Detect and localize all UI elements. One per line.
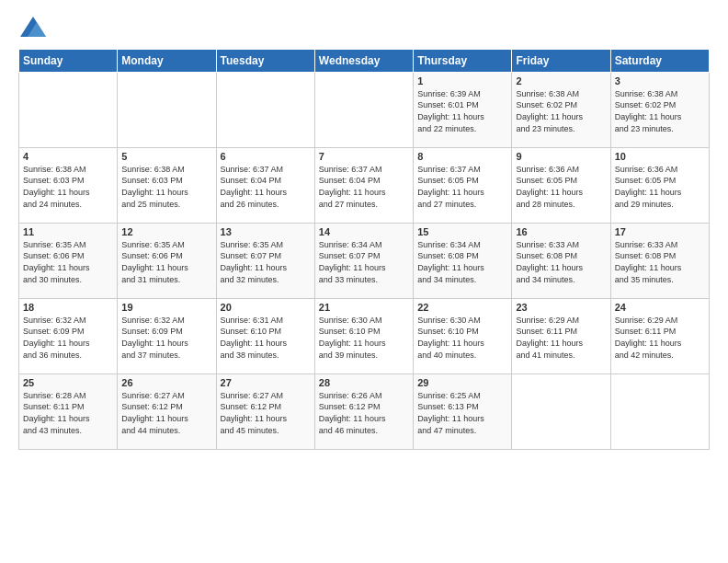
header [18,15,710,41]
day-number: 17 [615,226,705,237]
day-info: Sunrise: 6:38 AM Sunset: 6:03 PM Dayligh… [121,164,211,210]
calendar-cell: 18Sunrise: 6:32 AM Sunset: 6:09 PM Dayli… [19,298,118,373]
day-number: 22 [417,302,507,313]
day-number: 8 [417,151,507,162]
day-number: 11 [23,226,113,237]
day-info: Sunrise: 6:35 AM Sunset: 6:06 PM Dayligh… [121,239,211,285]
day-info: Sunrise: 6:28 AM Sunset: 6:11 PM Dayligh… [23,390,113,436]
calendar-cell: 2Sunrise: 6:38 AM Sunset: 6:02 PM Daylig… [512,72,610,147]
day-info: Sunrise: 6:37 AM Sunset: 6:04 PM Dayligh… [221,164,311,210]
calendar-cell: 13Sunrise: 6:35 AM Sunset: 6:07 PM Dayli… [216,223,314,298]
day-info: Sunrise: 6:30 AM Sunset: 6:10 PM Dayligh… [319,315,409,361]
calendar-cell: 11Sunrise: 6:35 AM Sunset: 6:06 PM Dayli… [19,223,118,298]
day-info: Sunrise: 6:33 AM Sunset: 6:08 PM Dayligh… [615,239,705,285]
week-row-3: 18Sunrise: 6:32 AM Sunset: 6:09 PM Dayli… [19,298,710,373]
calendar-cell: 1Sunrise: 6:39 AM Sunset: 6:01 PM Daylig… [414,72,512,147]
header-tuesday: Tuesday [216,49,314,72]
calendar-cell: 14Sunrise: 6:34 AM Sunset: 6:07 PM Dayli… [314,223,413,298]
day-info: Sunrise: 6:39 AM Sunset: 6:01 PM Dayligh… [417,88,507,134]
week-row-2: 11Sunrise: 6:35 AM Sunset: 6:06 PM Dayli… [19,223,710,298]
day-info: Sunrise: 6:27 AM Sunset: 6:12 PM Dayligh… [121,390,211,436]
day-number: 6 [221,151,311,162]
calendar-cell: 28Sunrise: 6:26 AM Sunset: 6:12 PM Dayli… [314,373,413,449]
calendar-cell: 25Sunrise: 6:28 AM Sunset: 6:11 PM Dayli… [19,373,118,449]
day-info: Sunrise: 6:33 AM Sunset: 6:08 PM Dayligh… [516,239,606,285]
day-number: 24 [615,302,705,313]
day-number: 1 [417,75,507,86]
calendar-cell [216,72,314,147]
calendar-cell: 19Sunrise: 6:32 AM Sunset: 6:09 PM Dayli… [118,298,216,373]
day-number: 3 [615,75,705,86]
day-number: 15 [417,226,507,237]
day-number: 10 [615,151,705,162]
day-number: 19 [121,302,211,313]
calendar-header-row: SundayMondayTuesdayWednesdayThursdayFrid… [19,49,710,72]
day-info: Sunrise: 6:38 AM Sunset: 6:03 PM Dayligh… [23,164,113,210]
calendar-cell: 22Sunrise: 6:30 AM Sunset: 6:10 PM Dayli… [414,298,512,373]
calendar-cell: 27Sunrise: 6:27 AM Sunset: 6:12 PM Dayli… [216,373,314,449]
day-number: 28 [319,377,409,388]
calendar-cell [314,72,413,147]
header-monday: Monday [118,49,216,72]
header-sunday: Sunday [19,49,118,72]
header-saturday: Saturday [610,49,709,72]
day-number: 18 [23,302,113,313]
day-info: Sunrise: 6:32 AM Sunset: 6:09 PM Dayligh… [23,315,113,361]
calendar-container: SundayMondayTuesdayWednesdayThursdayFrid… [0,0,728,459]
day-number: 2 [516,75,606,86]
calendar-cell: 17Sunrise: 6:33 AM Sunset: 6:08 PM Dayli… [610,223,709,298]
day-number: 29 [417,377,507,388]
day-number: 7 [319,151,409,162]
day-info: Sunrise: 6:34 AM Sunset: 6:07 PM Dayligh… [319,239,409,285]
calendar-cell: 20Sunrise: 6:31 AM Sunset: 6:10 PM Dayli… [216,298,314,373]
day-info: Sunrise: 6:26 AM Sunset: 6:12 PM Dayligh… [319,390,409,436]
day-number: 13 [221,226,311,237]
week-row-0: 1Sunrise: 6:39 AM Sunset: 6:01 PM Daylig… [19,72,710,147]
day-info: Sunrise: 6:36 AM Sunset: 6:05 PM Dayligh… [615,164,705,210]
header-wednesday: Wednesday [314,49,413,72]
calendar-cell: 21Sunrise: 6:30 AM Sunset: 6:10 PM Dayli… [314,298,413,373]
calendar-cell [19,72,118,147]
day-info: Sunrise: 6:36 AM Sunset: 6:05 PM Dayligh… [516,164,606,210]
calendar-cell [610,373,709,449]
day-number: 9 [516,151,606,162]
day-number: 25 [23,377,113,388]
day-number: 21 [319,302,409,313]
calendar-cell: 3Sunrise: 6:38 AM Sunset: 6:02 PM Daylig… [610,72,709,147]
calendar-cell: 8Sunrise: 6:37 AM Sunset: 6:05 PM Daylig… [414,147,512,223]
calendar-cell: 6Sunrise: 6:37 AM Sunset: 6:04 PM Daylig… [216,147,314,223]
calendar-cell: 10Sunrise: 6:36 AM Sunset: 6:05 PM Dayli… [610,147,709,223]
calendar-cell: 12Sunrise: 6:35 AM Sunset: 6:06 PM Dayli… [118,223,216,298]
day-info: Sunrise: 6:35 AM Sunset: 6:07 PM Dayligh… [221,239,311,285]
calendar-cell: 16Sunrise: 6:33 AM Sunset: 6:08 PM Dayli… [512,223,610,298]
day-info: Sunrise: 6:34 AM Sunset: 6:08 PM Dayligh… [417,239,507,285]
calendar-cell [118,72,216,147]
day-number: 12 [121,226,211,237]
header-thursday: Thursday [414,49,512,72]
calendar-cell: 23Sunrise: 6:29 AM Sunset: 6:11 PM Dayli… [512,298,610,373]
calendar-cell: 9Sunrise: 6:36 AM Sunset: 6:05 PM Daylig… [512,147,610,223]
logo [18,18,46,41]
logo-text [18,18,46,41]
week-row-1: 4Sunrise: 6:38 AM Sunset: 6:03 PM Daylig… [19,147,710,223]
day-number: 27 [221,377,311,388]
calendar-cell: 24Sunrise: 6:29 AM Sunset: 6:11 PM Dayli… [610,298,709,373]
day-number: 26 [121,377,211,388]
day-info: Sunrise: 6:37 AM Sunset: 6:05 PM Dayligh… [417,164,507,210]
day-info: Sunrise: 6:37 AM Sunset: 6:04 PM Dayligh… [319,164,409,210]
calendar-cell: 29Sunrise: 6:25 AM Sunset: 6:13 PM Dayli… [414,373,512,449]
day-info: Sunrise: 6:29 AM Sunset: 6:11 PM Dayligh… [615,315,705,361]
day-info: Sunrise: 6:27 AM Sunset: 6:12 PM Dayligh… [221,390,311,436]
day-number: 16 [516,226,606,237]
day-info: Sunrise: 6:25 AM Sunset: 6:13 PM Dayligh… [417,390,507,436]
calendar-cell: 7Sunrise: 6:37 AM Sunset: 6:04 PM Daylig… [314,147,413,223]
day-info: Sunrise: 6:29 AM Sunset: 6:11 PM Dayligh… [516,315,606,361]
week-row-4: 25Sunrise: 6:28 AM Sunset: 6:11 PM Dayli… [19,373,710,449]
logo-icon [20,17,46,37]
day-number: 4 [23,151,113,162]
calendar-cell: 4Sunrise: 6:38 AM Sunset: 6:03 PM Daylig… [19,147,118,223]
calendar-cell: 5Sunrise: 6:38 AM Sunset: 6:03 PM Daylig… [118,147,216,223]
calendar-table: SundayMondayTuesdayWednesdayThursdayFrid… [18,49,710,450]
calendar-cell: 26Sunrise: 6:27 AM Sunset: 6:12 PM Dayli… [118,373,216,449]
day-number: 20 [221,302,311,313]
